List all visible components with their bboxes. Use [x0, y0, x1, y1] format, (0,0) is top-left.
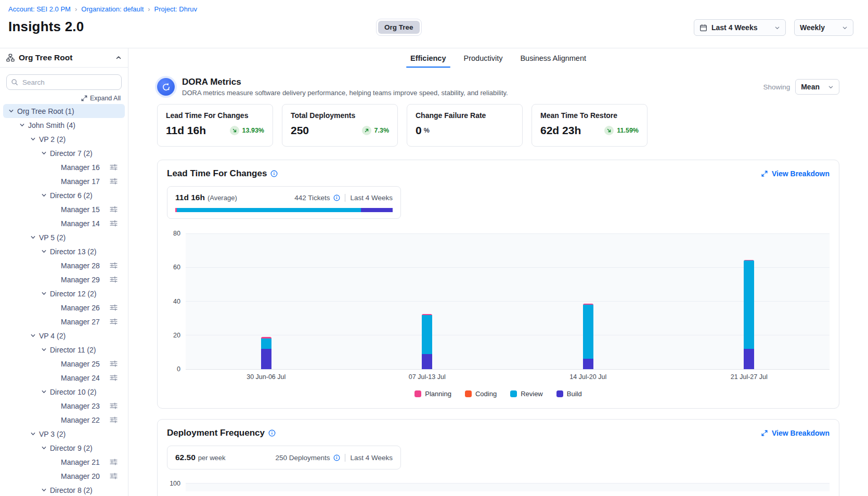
tree-item[interactable]: Manager 17: [3, 174, 125, 188]
stacked-bar-week-3[interactable]: [583, 304, 593, 369]
lead-time-view-breakdown-button[interactable]: View Breakdown: [761, 169, 830, 178]
filters-icon[interactable]: [110, 164, 118, 171]
stacked-bar-week-1[interactable]: [261, 337, 271, 369]
tab-productivity[interactable]: Productivity: [463, 48, 504, 68]
tree-item[interactable]: John Smith (4): [3, 118, 125, 132]
chevron-down-icon[interactable]: [30, 136, 39, 142]
tree-item[interactable]: Manager 15: [3, 202, 125, 216]
tree-item[interactable]: Manager 24: [3, 371, 125, 385]
info-icon[interactable]: [333, 454, 340, 461]
chart-legend: PlanningCodingReviewBuild: [167, 390, 830, 398]
filters-icon[interactable]: [110, 402, 118, 409]
tree-item[interactable]: Director 9 (2): [3, 441, 125, 455]
filters-icon[interactable]: [110, 178, 118, 185]
tree-item[interactable]: Director 8 (2): [3, 483, 125, 496]
chevron-down-icon[interactable]: [41, 291, 50, 296]
dora-metric-cards: Lead Time For Changes 11d 16h 13.93% Tot…: [157, 104, 839, 147]
filters-icon[interactable]: [110, 459, 118, 465]
collapse-panel-icon[interactable]: [115, 55, 122, 61]
chevron-down-icon[interactable]: [41, 192, 50, 198]
tree-item[interactable]: VP 2 (2): [3, 132, 125, 146]
info-icon[interactable]: [270, 170, 278, 177]
tree-item[interactable]: Manager 16: [3, 160, 125, 174]
granularity-select[interactable]: Weekly: [794, 19, 853, 36]
tree-item[interactable]: Director 10 (2): [3, 385, 125, 399]
chevron-down-icon[interactable]: [41, 445, 50, 451]
tree-item[interactable]: Director 7 (2): [3, 146, 125, 160]
deployment-view-breakdown-button[interactable]: View Breakdown: [761, 429, 830, 437]
chevron-down-icon: [828, 84, 834, 90]
tree-item[interactable]: Director 11 (2): [3, 343, 125, 357]
filters-icon[interactable]: [110, 220, 118, 227]
legend-item-planning[interactable]: Planning: [414, 390, 451, 398]
tree-item[interactable]: Manager 27: [3, 315, 125, 329]
bar-segment-build: [261, 349, 271, 369]
info-icon[interactable]: [333, 194, 340, 201]
card-lead-time-for-changes[interactable]: Lead Time For Changes 11d 16h 13.93%: [157, 104, 273, 147]
chevron-down-icon[interactable]: [30, 234, 39, 240]
chevron-down-icon[interactable]: [19, 122, 28, 128]
tree-item[interactable]: VP 4 (2): [3, 329, 125, 343]
tree-item[interactable]: Manager 22: [3, 413, 125, 427]
org-tree-toggle-button[interactable]: Org Tree: [376, 19, 422, 36]
tree-item[interactable]: Director 13 (2): [3, 244, 125, 258]
tree-item[interactable]: Manager 21: [3, 455, 125, 469]
tree-item[interactable]: Manager 28: [3, 258, 125, 272]
showing-select[interactable]: Mean: [795, 79, 839, 95]
granularity-value: Weekly: [800, 23, 825, 32]
tree-item[interactable]: Manager 26: [3, 301, 125, 315]
filters-icon[interactable]: [110, 318, 118, 325]
tree-item[interactable]: VP 3 (2): [3, 427, 125, 441]
tree-item[interactable]: Org Tree Root (1): [3, 104, 125, 118]
lead-time-average-qualifier: (Average): [208, 194, 237, 202]
stacked-bar-week-2[interactable]: [422, 314, 432, 369]
info-icon[interactable]: [268, 429, 276, 437]
tree-item[interactable]: Manager 23: [3, 399, 125, 413]
breadcrumb-organization-link[interactable]: Organization: default: [81, 5, 144, 13]
chevron-down-icon[interactable]: [41, 487, 50, 493]
tab-business-alignment[interactable]: Business Alignment: [519, 48, 587, 68]
filters-icon[interactable]: [110, 360, 118, 367]
chevron-down-icon[interactable]: [8, 108, 17, 114]
breadcrumb-project-link[interactable]: Project: Dhruv: [154, 5, 197, 13]
search-input[interactable]: [6, 74, 122, 90]
bar-segment-build: [744, 349, 754, 369]
breadcrumb-account-link[interactable]: Account: SEI 2.0 PM: [8, 5, 71, 13]
chevron-down-icon[interactable]: [41, 249, 50, 254]
filters-icon[interactable]: [110, 473, 118, 479]
tree-item[interactable]: Manager 20: [3, 469, 125, 483]
tree-item[interactable]: Director 12 (2): [3, 286, 125, 301]
expand-all-button[interactable]: Expand All: [81, 95, 121, 102]
tree-item[interactable]: VP 5 (2): [3, 230, 125, 244]
legend-item-review[interactable]: Review: [510, 390, 543, 398]
stacked-bar-week-4[interactable]: [744, 260, 754, 369]
bar-segment-build: [583, 359, 593, 369]
card-change-failure-rate[interactable]: Change Failure Rate 0 %: [407, 104, 523, 147]
org-tree-panel-title: Org Tree Root: [19, 53, 111, 62]
date-range-select[interactable]: Last 4 Weeks: [694, 19, 786, 36]
filters-icon[interactable]: [110, 262, 118, 269]
filters-icon[interactable]: [110, 276, 118, 283]
chevron-down-icon[interactable]: [30, 431, 39, 437]
tree-item-label: Org Tree Root (1): [17, 107, 74, 115]
tab-efficiency[interactable]: Efficiency: [409, 48, 447, 68]
tree-item[interactable]: Manager 14: [3, 216, 125, 230]
tree-item[interactable]: Manager 25: [3, 357, 125, 371]
metric-title: Lead Time For Changes: [166, 111, 264, 120]
legend-item-coding[interactable]: Coding: [465, 390, 497, 398]
chevron-down-icon[interactable]: [41, 389, 50, 395]
filters-icon[interactable]: [110, 374, 118, 381]
filters-icon[interactable]: [110, 206, 118, 213]
chevron-down-icon[interactable]: [41, 150, 50, 156]
tree-item[interactable]: Manager 29: [3, 272, 125, 286]
card-total-deployments[interactable]: Total Deployments 250 7.3%: [282, 104, 398, 147]
org-tree-panel-header: Org Tree Root: [0, 48, 128, 68]
chevron-down-icon[interactable]: [30, 333, 39, 338]
legend-item-build[interactable]: Build: [556, 390, 582, 398]
filters-icon[interactable]: [110, 416, 118, 423]
filters-icon[interactable]: [110, 304, 118, 311]
chevron-down-icon[interactable]: [41, 347, 50, 353]
card-mean-time-to-restore[interactable]: Mean Time To Restore 62d 23h 11.59%: [532, 104, 647, 147]
expand-icon: [761, 429, 768, 437]
tree-item[interactable]: Director 6 (2): [3, 188, 125, 202]
